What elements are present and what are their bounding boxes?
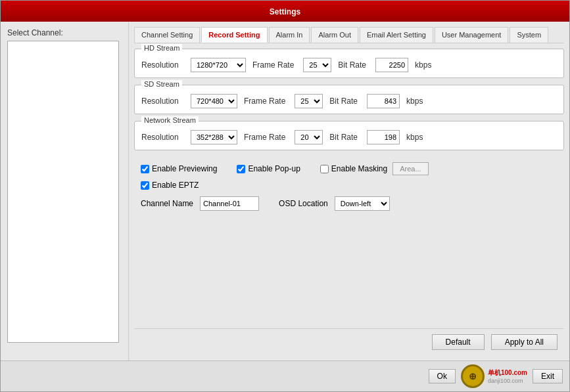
sd-stream-row: Resolution 720*480 640*480 352*288 Frame… [141,94,557,108]
hd-bitrate-label: Bit Rate [338,60,366,70]
hd-bitrate-input[interactable] [375,58,408,72]
enable-eptz-label: Enable EPTZ [152,181,199,190]
tab-alarm-in[interactable]: Alarm In [269,27,310,43]
window-title: Settings [270,7,300,16]
hd-stream-group: HD Stream Resolution 1280*720 1920*1080 … [134,49,564,78]
hd-resolution-label: Resolution [141,60,184,70]
bottom-bar: Default Apply to All [134,328,564,355]
sd-stream-group: SD Stream Resolution 720*480 640*480 352… [134,85,564,114]
enable-masking-checkbox[interactable] [320,165,329,173]
network-stream-row: Resolution 352*288 320*240 176*144 Frame… [141,130,557,144]
sd-framerate-label: Frame Rate [244,97,285,106]
net-framerate-label: Frame Rate [244,133,285,142]
sd-stream-title: SD Stream [141,80,182,88]
hd-stream-row: Resolution 1280*720 1920*1080 1024*768 6… [141,58,557,72]
net-resolution-label: Resolution [141,133,184,142]
enable-eptz-checkbox[interactable] [141,181,149,190]
osd-location-select[interactable]: Down-left Down-right Up-left Up-right [335,196,390,211]
title-bar: Settings [1,1,569,22]
tab-system[interactable]: System [510,27,548,43]
channel-name-input[interactable] [200,196,259,211]
footer: Ok ⊕ 单机100.com danji100.com Exit [1,360,569,391]
net-framerate-select[interactable]: 2015105 [295,130,323,144]
logo-area: ⊕ 单机100.com danji100.com [461,364,527,388]
default-button[interactable]: Default [432,334,485,350]
tab-email-alert[interactable]: Email Alert Setting [360,27,433,43]
tabs-bar: Channel Setting Record Setting Alarm In … [134,27,564,43]
sd-bitrate-unit: kbps [406,97,423,106]
sd-framerate-select[interactable]: 252015105 [295,94,323,108]
osd-location-label: OSD Location [279,199,328,208]
enable-eptz-item[interactable]: Enable EPTZ [141,181,199,190]
net-bitrate-input[interactable] [367,130,400,144]
apply-to-all-button[interactable]: Apply to All [491,334,558,350]
tab-user-management[interactable]: User Management [435,27,509,43]
logo-text: 单机100.com danji100.com [488,368,527,384]
hd-resolution-select[interactable]: 1280*720 1920*1080 1024*768 640*480 [191,58,246,72]
sidebar: Select Channel: [1,22,129,360]
channel-name-label: Channel Name [141,199,193,208]
net-bitrate-unit: kbps [406,133,423,142]
main-area: Channel Setting Record Setting Alarm In … [129,22,569,360]
hd-stream-title: HD Stream [141,44,182,52]
ok-button[interactable]: Ok [429,369,456,383]
area-button[interactable]: Area... [392,162,428,175]
enable-popup-item[interactable]: Enable Pop-up [237,164,300,173]
main-content: Select Channel: Channel Setting Record S… [1,22,569,360]
net-bitrate-label: Bit Rate [329,133,358,142]
hd-framerate-label: Frame Rate [252,60,294,70]
enable-masking-container: Enable Masking Area... [320,162,429,175]
sidebar-label: Select Channel: [7,28,122,37]
tab-record-setting[interactable]: Record Setting [201,27,267,43]
tab-alarm-out[interactable]: Alarm Out [311,27,358,43]
options-row2: Enable EPTZ [134,181,564,190]
options-row1: Enable Previewing Enable Pop-up Enable M… [134,162,564,175]
exit-button[interactable]: Exit [533,369,563,383]
enable-popup-checkbox[interactable] [237,165,245,173]
enable-previewing-checkbox[interactable] [141,165,149,173]
sd-bitrate-input[interactable] [367,94,400,108]
hd-framerate-select[interactable]: 252015105 [303,58,331,72]
logo-icon: ⊕ [461,364,485,388]
settings-window: Settings Select Channel: Channel Setting… [0,0,570,392]
enable-popup-label: Enable Pop-up [248,164,300,173]
tab-channel-setting[interactable]: Channel Setting [134,27,200,43]
sd-bitrate-label: Bit Rate [329,97,358,106]
network-stream-title: Network Stream [141,116,199,124]
enable-masking-label: Enable Masking [331,164,387,173]
enable-masking-item[interactable]: Enable Masking [320,164,387,173]
sd-resolution-label: Resolution [141,97,184,106]
channel-name-row: Channel Name OSD Location Down-left Down… [134,196,564,211]
channel-list[interactable] [7,41,119,343]
net-resolution-select[interactable]: 352*288 320*240 176*144 [191,130,237,144]
enable-previewing-label: Enable Previewing [152,164,217,173]
sd-resolution-select[interactable]: 720*480 640*480 352*288 [191,94,237,108]
network-stream-group: Network Stream Resolution 352*288 320*24… [134,121,564,150]
hd-bitrate-unit: kbps [415,60,431,70]
enable-previewing-item[interactable]: Enable Previewing [141,164,217,173]
